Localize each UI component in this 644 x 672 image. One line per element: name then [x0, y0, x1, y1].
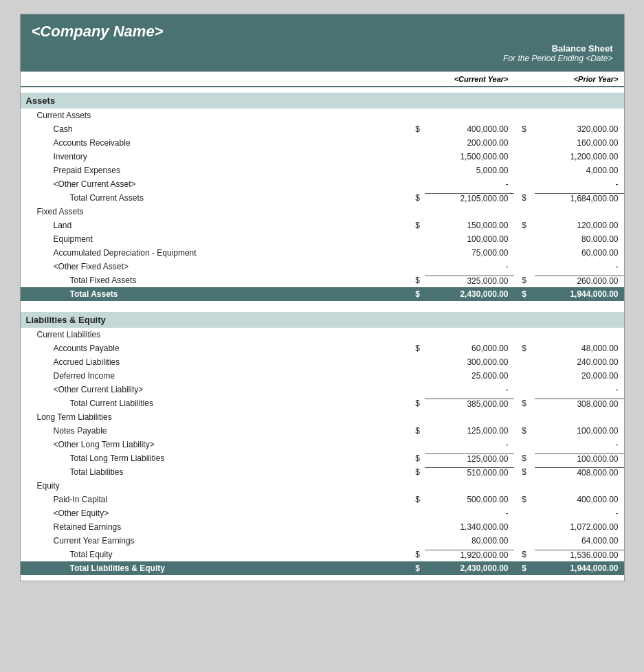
table-row: Total Current Liabilities$385,000.00$308…	[21, 396, 624, 410]
report-title: Balance Sheet	[32, 43, 613, 54]
table-row: <Other Long Term Liability>--	[21, 438, 624, 451]
subsection-title: Long Term Liabilities	[21, 410, 624, 424]
table-row: Retained Earnings1,340,000.001,072,000.0…	[21, 520, 624, 534]
table-row: Total Fixed Assets$325,000.00$260,000.00	[21, 273, 624, 287]
table-row: <Other Current Liability>--	[21, 383, 624, 396]
header-section: <Company Name> Balance Sheet For the Per…	[21, 14, 624, 71]
current-year-header: <Current Year>	[425, 75, 514, 83]
subsection-title: Fixed Assets	[21, 205, 624, 219]
table-row: Land$150,000.00$120,000.00	[21, 219, 624, 232]
company-name: <Company Name>	[32, 23, 613, 41]
report-subtitle: For the Period Ending <Date>	[32, 54, 613, 63]
subsection-title: Current Liabilities	[21, 328, 624, 341]
spacer	[21, 306, 624, 312]
spacer	[21, 87, 624, 93]
table-row: Total Long Term Liabilities$125,000.00$1…	[21, 451, 624, 465]
table-row: <Other Equity>--	[21, 506, 624, 520]
table-body: AssetsCurrent AssetsCash$400,000.00$320,…	[21, 87, 624, 581]
table-row: Accounts Payable$60,000.00$48,000.00	[21, 341, 624, 355]
prior-year-header: <Prior Year>	[535, 75, 624, 83]
spacer	[21, 301, 624, 306]
subsection-title: Current Assets	[21, 109, 624, 122]
table-row: Accrued Liabilities300,000.00240,000.00	[21, 355, 624, 369]
table-row: Paid-In Capital$500,000.00$400,000.00	[21, 493, 624, 506]
table-row: Equipment100,000.0080,000.00	[21, 232, 624, 246]
section-header: Assets	[21, 93, 624, 109]
table-row: Deferred Income25,000.0020,000.00	[21, 369, 624, 383]
table-row: <Other Current Asset>--	[21, 177, 624, 191]
subsection-title: Equity	[21, 479, 624, 493]
table-row: Accumulated Depreciation - Equipment75,0…	[21, 246, 624, 260]
table-row: Cash$400,000.00$320,000.00	[21, 122, 624, 136]
table-row: Current Year Earnings80,000.0064,000.00	[21, 534, 624, 548]
balance-sheet: <Company Name> Balance Sheet For the Per…	[20, 14, 625, 581]
spacer	[21, 575, 624, 581]
table-row: Total Current Assets$2,105,000.00$1,684,…	[21, 191, 624, 205]
grand-total-row: Total Assets$2,430,000.00$1,944,000.00	[21, 287, 624, 301]
table-row: Total Liabilities$510,000.00$408,000.00	[21, 465, 624, 479]
grand-total-row: Total Liabilities & Equity$2,430,000.00$…	[21, 561, 624, 575]
table-row: Accounts Receivable200,000.00160,000.00	[21, 136, 624, 150]
column-headers: <Current Year> <Prior Year>	[21, 71, 624, 87]
table-row: Inventory1,500,000.001,200,000.00	[21, 150, 624, 164]
table-row: <Other Fixed Asset>--	[21, 260, 624, 273]
table-row: Total Equity$1,920,000.00$1,536,000.00	[21, 548, 624, 561]
table-row: Notes Payable$125,000.00$100,000.00	[21, 424, 624, 438]
table-row: Prepaid Expenses5,000.004,000.00	[21, 164, 624, 177]
section-header: Liabilities & Equity	[21, 312, 624, 328]
